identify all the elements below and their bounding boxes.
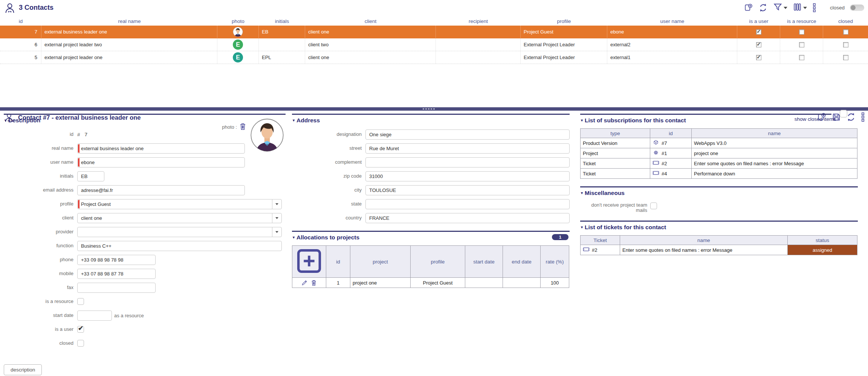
contact-icon bbox=[4, 2, 16, 14]
column-header[interactable]: closed bbox=[823, 17, 868, 26]
field-row: is a user bbox=[4, 324, 286, 335]
phone-input[interactable]: +33 09 88 98 78 98 bbox=[77, 255, 156, 265]
select-dropdown-button[interactable] bbox=[272, 227, 281, 237]
column-header[interactable]: user name bbox=[607, 17, 737, 26]
cell-user-name: ebone bbox=[607, 26, 737, 38]
delete-icon[interactable] bbox=[311, 280, 317, 286]
column-header[interactable]: id bbox=[0, 17, 41, 26]
section-allocations: ▾Allocations to projects 1 idprojectprof… bbox=[292, 231, 570, 288]
client-select[interactable]: client one bbox=[77, 213, 282, 223]
cell-id: 5 bbox=[0, 51, 41, 64]
cell-client: client one bbox=[305, 51, 436, 64]
section-allocations-title[interactable]: ▾Allocations to projects bbox=[292, 232, 570, 242]
field-row: real nameexternal business leader one bbox=[4, 143, 286, 154]
street-input[interactable]: Rue de Muret bbox=[365, 143, 570, 154]
city-input[interactable]: TOULOSUE bbox=[365, 185, 570, 195]
column-header[interactable]: profile bbox=[521, 17, 607, 26]
field-label: complement bbox=[292, 160, 362, 165]
field-row: functionBusiness C++ bbox=[4, 241, 286, 251]
provider-select[interactable] bbox=[77, 227, 282, 237]
cube-icon bbox=[653, 140, 659, 146]
contact-row[interactable]: 5external project leader oneEEPLclient o… bbox=[0, 51, 868, 64]
subscription-row[interactable]: Project#1project one bbox=[581, 148, 857, 158]
field-row: profileProject Guest bbox=[4, 199, 286, 209]
list-toolbar: closed bbox=[744, 2, 864, 13]
initials-input[interactable]: EB bbox=[77, 171, 104, 181]
column-header[interactable]: client bbox=[305, 17, 436, 26]
column-header: id bbox=[326, 246, 350, 278]
mobile-input[interactable]: +33 07 88 98 87 78 bbox=[77, 269, 156, 279]
cell-real-name: external project leader two bbox=[41, 38, 217, 51]
contact-row[interactable]: 6external project leader twoEclient twoE… bbox=[0, 38, 868, 51]
column-header[interactable]: is a user bbox=[737, 17, 780, 26]
add-line-icon[interactable] bbox=[294, 272, 324, 277]
closed-checkbox[interactable] bbox=[77, 340, 84, 347]
start-date-input[interactable] bbox=[77, 311, 112, 321]
cell-initials: EB bbox=[259, 26, 305, 38]
country-input[interactable]: FRANCE bbox=[365, 213, 570, 223]
cell-recipient bbox=[436, 38, 521, 51]
is-a-resource-checkbox[interactable] bbox=[77, 298, 84, 305]
add-icon[interactable] bbox=[744, 3, 753, 12]
fax-input[interactable] bbox=[77, 283, 156, 293]
dont-receive-mails-checkbox[interactable] bbox=[650, 202, 657, 209]
ticket-row[interactable]: #2Enter some quotes on filed names : err… bbox=[581, 245, 857, 255]
section-tickets: ▾List of tickets for this contact Ticket… bbox=[580, 221, 858, 255]
panel-splitter[interactable] bbox=[0, 107, 868, 111]
allocation-row[interactable]: 1project oneProject Guest100 bbox=[292, 278, 569, 288]
field-row: fax bbox=[4, 282, 286, 293]
select-dropdown-button[interactable] bbox=[272, 199, 281, 209]
tab-description[interactable]: description bbox=[4, 364, 42, 375]
column-header[interactable] bbox=[292, 246, 326, 278]
closed-toggle[interactable] bbox=[850, 5, 864, 11]
splitter-drag-handle[interactable] bbox=[423, 108, 435, 110]
contacts-table-header: idreal namephotoinitialsclientrecipientp… bbox=[0, 17, 868, 26]
chevron-down-icon bbox=[803, 7, 807, 9]
cell-initials: EPL bbox=[259, 51, 305, 64]
column-header[interactable]: photo bbox=[217, 17, 259, 26]
contact-row[interactable]: 7external business leader oneEBclient on… bbox=[0, 26, 868, 38]
field-label: email address bbox=[4, 187, 73, 193]
email-address-input[interactable]: adresse@fai.fr bbox=[77, 185, 245, 195]
designation-input[interactable]: One siege bbox=[365, 129, 570, 140]
filter-icon[interactable] bbox=[773, 2, 787, 13]
subscription-row[interactable]: Product Version#7WebApps V3.0 bbox=[581, 138, 857, 148]
subscription-row[interactable]: Ticket#4Performance down bbox=[581, 169, 857, 179]
section-tickets-title[interactable]: ▾List of tickets for this contact bbox=[580, 222, 858, 231]
show-closed-items-checkbox[interactable] bbox=[840, 110, 847, 117]
cell-photo bbox=[217, 26, 259, 38]
kebab-menu-icon[interactable] bbox=[861, 112, 865, 122]
refresh-icon[interactable] bbox=[758, 3, 768, 12]
field-row: designationOne siege bbox=[292, 129, 570, 140]
column-header[interactable]: initials bbox=[259, 17, 305, 26]
cell-checkbox bbox=[780, 26, 823, 38]
trash-icon[interactable] bbox=[239, 123, 246, 131]
column-header[interactable]: real name bbox=[41, 17, 217, 26]
field-row: clientclient one bbox=[4, 213, 286, 223]
column-header[interactable]: is a resource bbox=[780, 17, 823, 26]
zip-code-input[interactable]: 31000 bbox=[365, 171, 570, 181]
state-input[interactable] bbox=[365, 199, 570, 209]
contact-detail-panel: Contact #7 - external business leader on… bbox=[0, 111, 868, 376]
subscription-row[interactable]: Ticket#2Enter some quotes on filed names… bbox=[581, 158, 857, 169]
complement-input[interactable] bbox=[365, 157, 570, 167]
is-a-user-checkbox[interactable] bbox=[77, 326, 84, 333]
columns-icon[interactable] bbox=[793, 2, 807, 13]
cell-user-name: external1 bbox=[607, 51, 737, 64]
user-name-input[interactable]: ebone bbox=[77, 157, 245, 167]
subscriptions-table: typeidnameProduct Version#7WebApps V3.0P… bbox=[580, 128, 858, 179]
field-label: real name bbox=[4, 146, 73, 151]
select-dropdown-button[interactable] bbox=[272, 213, 281, 223]
profile-select[interactable]: Project Guest bbox=[77, 199, 282, 209]
column-header[interactable]: recipient bbox=[436, 17, 521, 26]
kebab-menu-icon[interactable] bbox=[812, 3, 816, 12]
real-name-input[interactable]: external business leader one bbox=[77, 143, 245, 154]
cell-profile: External Project Leader bbox=[521, 51, 607, 64]
section-miscellaneous-title[interactable]: ▾Miscellaneous bbox=[580, 187, 858, 197]
section-address-title[interactable]: ▾Address bbox=[292, 115, 570, 125]
function-input[interactable]: Business C++ bbox=[77, 241, 282, 251]
edit-icon[interactable] bbox=[301, 280, 307, 286]
cell-profile: External Project Leader bbox=[521, 38, 607, 51]
collapse-caret-icon: ▾ bbox=[581, 191, 583, 195]
column-header: project bbox=[350, 246, 411, 278]
